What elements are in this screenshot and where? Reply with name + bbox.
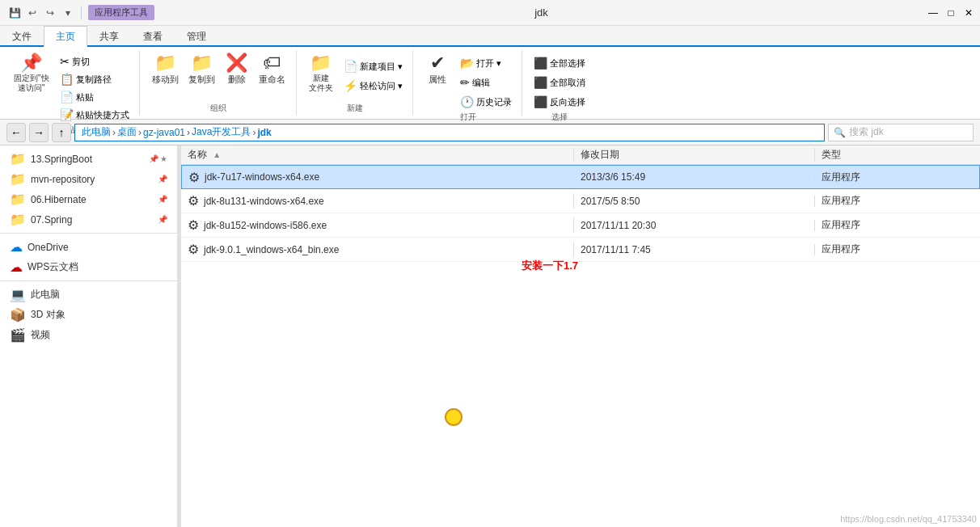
file-modified-jdk8-152: 2017/11/11 20:30 [574, 220, 815, 231]
file-name-jdk9: ⚙ jdk-9.0.1_windows-x64_bin.exe [181, 242, 574, 257]
tab-share[interactable]: 共享 [87, 26, 131, 45]
folder-icon: 📁 [10, 212, 26, 227]
pin-icon-3: 📌 [158, 175, 167, 183]
forward-btn[interactable]: → [29, 123, 49, 142]
sidebar-item-mvn[interactable]: 📁 mvn-repository 📌 [0, 169, 177, 189]
address-bar: ← → ↑ 此电脑 › 桌面 › gz-java01 › Java开发工具 › … [0, 120, 980, 145]
path-jdk[interactable]: jdk [257, 127, 271, 138]
organize-label: 组织 [210, 101, 226, 114]
exe-icon-3: ⚙ [188, 217, 199, 233]
sidebar-item-video[interactable]: 🎬 视频 [0, 325, 177, 345]
copy-path-icon: 📋 [60, 73, 74, 86]
col-modified-header[interactable]: 修改日期 [574, 148, 815, 162]
paste-shortcut-btn[interactable]: 📝 粘贴快捷方式 [57, 107, 133, 123]
col-type-header[interactable]: 类型 [815, 148, 980, 162]
file-row-jdk7[interactable]: ⚙ jdk-7u17-windows-x64.exe 2013/3/6 15:4… [181, 165, 980, 189]
wps-icon: ☁ [10, 259, 23, 275]
search-icon: 🔍 [834, 127, 846, 138]
copy-to-btn[interactable]: 📁 复制到 [184, 52, 219, 88]
ribbon-tabs: 文件 主页 共享 查看 管理 [0, 26, 980, 47]
qa-save-btn[interactable]: 💾 [6, 5, 23, 21]
history-btn[interactable]: 🕐 历史记录 [457, 94, 515, 110]
exe-icon: ⚙ [188, 170, 200, 185]
file-type-jdk9: 应用程序 [815, 242, 980, 256]
folder-icon: 📁 [10, 171, 26, 187]
qa-undo-btn[interactable]: ↩ [24, 5, 40, 21]
sidebar-item-wps[interactable]: ☁ WPS云文档 [0, 257, 177, 277]
move-to-btn[interactable]: 📁 移动到 [148, 52, 183, 88]
tab-file[interactable]: 文件 [0, 26, 44, 45]
sidebar-item-spring[interactable]: 📁 07.Spring 📌 [0, 209, 177, 230]
pc-icon: 💻 [10, 287, 26, 302]
file-modified-jdk9: 2017/11/11 7:45 [574, 244, 815, 255]
open-buttons: ✔ 属性 📂 打开 ▾ ✏ 编辑 🕐 [421, 52, 515, 110]
easy-access-btn[interactable]: ⚡ 轻松访问 ▾ [340, 78, 406, 94]
new-item-btn[interactable]: 📄 新建项目 ▾ [340, 58, 406, 74]
delete-btn[interactable]: ❌ 删除 [221, 52, 253, 88]
invert-selection-btn[interactable]: ⬛ 反向选择 [530, 94, 589, 110]
pin-icon: 📌 [20, 54, 42, 72]
pin-quick-access-btn[interactable]: 📌 固定到"快速访问" [10, 52, 53, 95]
copy-path-btn[interactable]: 📋 复制路径 [57, 71, 133, 87]
sidebar-item-3d[interactable]: 📦 3D 对象 [0, 305, 177, 325]
delete-icon: ❌ [226, 54, 247, 72]
select-all-icon: ⬛ [534, 57, 547, 70]
new-buttons: 📁 新建文件夹 📄 新建项目 ▾ ⚡ 轻松访问 ▾ [305, 52, 406, 101]
file-modified-jdk8-131: 2017/5/5 8:50 [574, 196, 815, 207]
col-name-header[interactable]: 名称 ▲ [181, 148, 574, 162]
minimize-btn[interactable]: — [925, 5, 941, 21]
file-modified-jdk7: 2013/3/6 15:49 [574, 171, 815, 183]
file-row-jdk8-152[interactable]: ⚙ jdk-8u152-windows-i586.exe 2017/11/11 … [181, 213, 980, 238]
edit-btn[interactable]: ✏ 编辑 [457, 74, 515, 91]
qa-dropdown-btn[interactable]: ▾ [60, 5, 76, 21]
up-btn[interactable]: ↑ [52, 123, 71, 142]
file-name-jdk7: ⚙ jdk-7u17-windows-x64.exe [182, 170, 574, 185]
path-gz[interactable]: gz-java01 [143, 127, 185, 138]
file-row-jdk8-131[interactable]: ⚙ jdk-8u131-windows-x64.exe 2017/5/5 8:5… [181, 189, 980, 213]
path-tools[interactable]: Java开发工具 [192, 125, 251, 139]
maximize-btn[interactable]: □ [943, 5, 959, 21]
ribbon-group-organize: 📁 移动到 📁 复制到 ❌ 删除 🏷 重命名 组织 [142, 50, 297, 116]
file-list: 名称 ▲ 修改日期 类型 ⚙ jdk-7u17-windows-x64.exe … [181, 145, 980, 527]
search-box[interactable]: 🔍 搜索 jdk [828, 124, 974, 141]
pin-icon-2: ★ [160, 154, 167, 163]
main-area: 📁 13.SpringBoot 📌 ★ 📁 mvn-repository 📌 📁… [0, 145, 980, 527]
watermark: https://blog.csdn.net/qq_41753340 [840, 514, 977, 524]
ribbon: 📌 固定到"快速访问" ✂ 剪切 📋 复制路径 [0, 47, 980, 120]
file-type-jdk8-131: 应用程序 [815, 194, 980, 208]
pin-icon-1: 📌 [149, 154, 158, 163]
sidebar-item-hibernate[interactable]: 📁 06.Hibernate 📌 [0, 189, 177, 209]
window-controls: — □ ✕ [922, 5, 980, 21]
app-tools-label: 应用程序工具 [88, 5, 154, 20]
video-icon: 🎬 [10, 327, 26, 343]
tab-home[interactable]: 主页 [44, 26, 87, 47]
history-icon: 🕐 [460, 95, 474, 108]
new-label: 新建 [347, 101, 363, 114]
close-btn[interactable]: ✕ [961, 5, 977, 21]
select-none-icon: ⬛ [534, 76, 547, 89]
back-btn[interactable]: ← [6, 123, 26, 142]
properties-btn[interactable]: ✔ 属性 [421, 52, 454, 88]
sidebar-item-springboot[interactable]: 📁 13.SpringBoot 📌 ★ [0, 149, 177, 169]
pin-icon-5: 📌 [158, 215, 167, 224]
open-btn[interactable]: 📂 打开 ▾ [457, 55, 515, 71]
sidebar-item-onedrive[interactable]: ☁ OneDrive [0, 237, 177, 257]
tab-view[interactable]: 查看 [131, 26, 175, 45]
address-path[interactable]: 此电脑 › 桌面 › gz-java01 › Java开发工具 › jdk [74, 124, 825, 141]
rename-btn[interactable]: 🏷 重命名 [255, 52, 289, 88]
path-desktop[interactable]: 桌面 [117, 125, 137, 139]
select-label: 选择 [551, 110, 568, 123]
select-none-btn[interactable]: ⬛ 全部取消 [530, 74, 589, 91]
file-name-jdk8-152: ⚙ jdk-8u152-windows-i586.exe [181, 217, 574, 233]
file-row-jdk9[interactable]: ⚙ jdk-9.0.1_windows-x64_bin.exe 2017/11/… [181, 238, 980, 262]
new-folder-btn[interactable]: 📁 新建文件夹 [305, 52, 337, 95]
tab-manage[interactable]: 管理 [175, 26, 218, 45]
cut-btn[interactable]: ✂ 剪切 [57, 53, 133, 70]
qa-redo-btn[interactable]: ↪ [42, 5, 58, 21]
select-all-btn[interactable]: ⬛ 全部选择 [530, 55, 589, 71]
paste-btn[interactable]: 📄 粘贴 [57, 89, 97, 105]
ribbon-group-open: ✔ 属性 📂 打开 ▾ ✏ 编辑 🕐 [415, 50, 522, 116]
ribbon-group-select: ⬛ 全部选择 ⬛ 全部取消 ⬛ 反向选择 选择 [524, 50, 595, 116]
path-mypc[interactable]: 此电脑 [82, 125, 111, 139]
sidebar-item-thispc[interactable]: 💻 此电脑 [0, 285, 177, 305]
